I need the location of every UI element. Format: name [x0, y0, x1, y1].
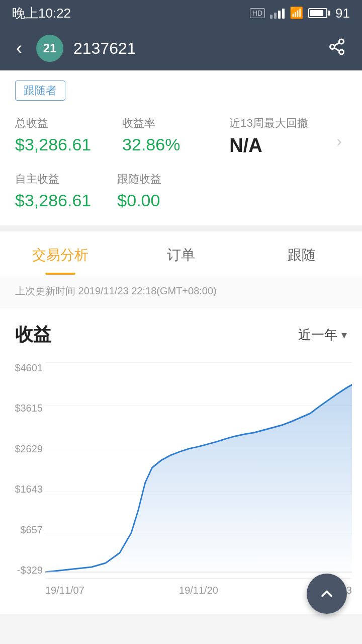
chart-container: $4601 $3615 $2629 $1643 $657 -$329: [10, 362, 352, 604]
chart-section: 收益 近一年 ▾ $4601 $3615 $2629 $1643 $657 -$…: [0, 307, 362, 614]
empty-stat: [220, 172, 312, 210]
tab-follow[interactable]: 跟随: [241, 231, 362, 275]
chart-svg: [45, 362, 352, 578]
stats-section: 总收益 $3,286.61 收益率 32.86% 近13周最大回撤 N/A › …: [0, 106, 362, 225]
chart-y-labels: $4601 $3615 $2629 $1643 $657 -$329: [10, 362, 43, 579]
tabs-section: 交易分析 订单 跟随 上次更新时间 2019/11/23 22:18(GMT+0…: [0, 231, 362, 307]
profit-rate-value: 32.86%: [122, 135, 219, 154]
avatar: 21: [36, 35, 63, 62]
header: ‹ 21 2137621: [0, 26, 362, 70]
y-label-4601: $4601: [10, 362, 43, 374]
chart-header: 收益 近一年 ▾: [10, 323, 352, 347]
tab-orders[interactable]: 订单: [121, 231, 241, 275]
max-drawdown-value: N/A: [229, 135, 326, 156]
y-label-1643: $1643: [10, 484, 43, 495]
status-time: 晚上10:22: [12, 5, 71, 22]
grid-line-bottom: [45, 578, 352, 579]
svg-line-4: [334, 42, 339, 45]
tab-trade-analysis[interactable]: 交易分析: [0, 231, 121, 275]
back-button[interactable]: ‹: [12, 34, 26, 63]
y-label-2629: $2629: [10, 443, 43, 455]
y-label-3615: $3615: [10, 403, 43, 414]
y-label-neg329: -$329: [10, 565, 43, 576]
chart-title: 收益: [15, 323, 51, 347]
stats-row-2: 自主收益 $3,286.61 跟随收益 $0.00: [15, 172, 347, 210]
scroll-to-top-button[interactable]: [307, 574, 347, 614]
status-bar: 晚上10:22 HD 📶 91: [0, 0, 362, 26]
follower-section: 跟随者: [0, 70, 362, 106]
x-label-1: 19/11/07: [45, 585, 84, 596]
wifi-icon: 📶: [290, 7, 303, 20]
stats-row-1: 总收益 $3,286.61 收益率 32.86% 近13周最大回撤 N/A ›: [15, 116, 347, 156]
period-selector[interactable]: 近一年 ▾: [298, 326, 347, 344]
svg-line-3: [334, 48, 339, 51]
self-profit-item: 自主收益 $3,286.61: [15, 172, 107, 210]
profit-rate-item: 收益率 32.86%: [122, 116, 219, 156]
section-divider: [0, 225, 362, 231]
self-profit-value: $3,286.61: [15, 191, 107, 210]
follower-tag: 跟随者: [15, 80, 65, 101]
max-drawdown-item: 近13周最大回撤 N/A: [229, 116, 326, 156]
x-label-2: 19/11/20: [179, 585, 218, 596]
self-profit-label: 自主收益: [15, 172, 107, 187]
hd-badge: HD: [250, 8, 265, 18]
chart-area: [45, 362, 352, 579]
follow-profit-item: 跟随收益 $0.00: [117, 172, 209, 210]
username: 2137621: [73, 39, 314, 58]
total-profit-item: 总收益 $3,286.61: [15, 116, 112, 156]
battery-indicator: [308, 8, 330, 18]
tab-bar: 交易分析 订单 跟随: [0, 231, 362, 275]
max-drawdown-label: 近13周最大回撤: [229, 116, 326, 131]
follow-profit-value: $0.00: [117, 191, 209, 210]
period-chevron-icon: ▾: [341, 329, 347, 342]
follow-profit-label: 跟随收益: [117, 172, 209, 187]
stats-chevron-icon[interactable]: ›: [336, 126, 347, 156]
battery-level: 91: [335, 6, 350, 21]
status-right: HD 📶 91: [250, 6, 350, 21]
chevron-up-icon: [318, 585, 336, 603]
total-profit-value: $3,286.61: [15, 135, 112, 154]
period-label: 近一年: [298, 326, 337, 344]
total-profit-label: 总收益: [15, 116, 112, 131]
signal-bars-icon: [270, 8, 285, 19]
profit-rate-label: 收益率: [122, 116, 219, 131]
chart-x-labels: 19/11/07 19/11/20 19/12/03: [45, 579, 352, 596]
update-time: 上次更新时间 2019/11/23 22:18(GMT+08:00): [0, 275, 362, 307]
y-label-657: $657: [10, 524, 43, 536]
share-button[interactable]: [324, 34, 350, 63]
